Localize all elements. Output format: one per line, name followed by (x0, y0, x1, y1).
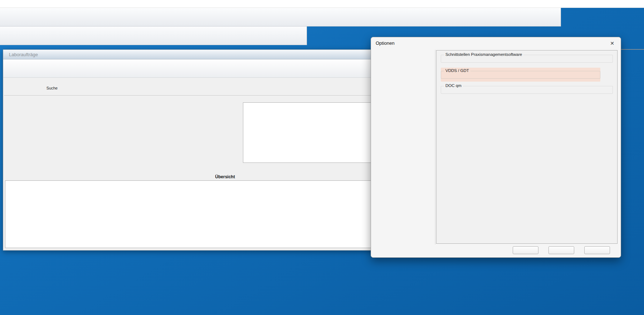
dialog-titlebar[interactable]: Optionen ✕ (371, 37, 621, 49)
group-label: VDDS / GDT (444, 68, 470, 73)
close-icon[interactable]: ✕ (606, 39, 619, 48)
vdds-highlight-zone: VDDS / GDT (441, 68, 600, 82)
help-button[interactable] (548, 246, 574, 254)
ok-button[interactable] (513, 246, 538, 254)
dialog-sidebar (372, 50, 435, 244)
group-vdds-gdt: VDDS / GDT (441, 71, 600, 79)
optionen-dialog: Optionen ✕ Schnittstellen Praxismanageme… (371, 37, 621, 258)
dialog-footer (513, 246, 610, 254)
window-title: Laboraufträge (9, 52, 38, 57)
group-label: Schnittstellen Praxismanagementsoftware (444, 52, 523, 57)
screen: Laboraufträge Suche Übersicht Optionen ✕ (0, 0, 644, 315)
cancel-button[interactable] (584, 246, 610, 254)
toolbar-row-1 (0, 8, 561, 26)
search-label: Suche (5, 86, 58, 90)
menu-bar (0, 0, 644, 8)
group-doc-qm: DOC qm (441, 86, 613, 94)
dialog-title: Optionen (376, 40, 395, 46)
mdi-border-line (620, 49, 644, 50)
dialog-content: Schnittstellen Praxismanagementsoftware … (436, 50, 618, 244)
group-label: DOC qm (444, 83, 463, 88)
group-schnittstellen: Schnittstellen Praxismanagementsoftware (441, 55, 613, 63)
toolbar-row-2 (0, 26, 307, 45)
search-row: Suche (5, 86, 128, 90)
